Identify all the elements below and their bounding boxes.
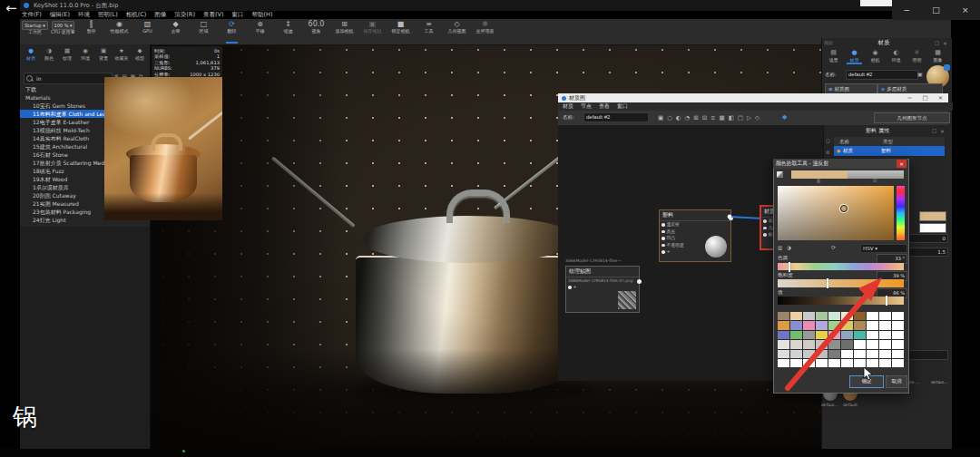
close-button[interactable]: × (951, 0, 980, 20)
toolbar-tool[interactable]: ▣ 保存相机 (359, 20, 386, 44)
project-tab[interactable]: ◐ 环境 (886, 48, 906, 63)
toolbar-tool[interactable]: ☼ 光管理器 (472, 20, 498, 44)
wheel-mode-icon[interactable]: ◑ (787, 245, 791, 250)
properties-selected-row[interactable]: ● 材质 塑料 (834, 146, 945, 156)
graph-tool-icon[interactable]: ○ (667, 114, 672, 122)
refraction-index-field[interactable]: 1.5 (908, 248, 948, 257)
texture-map-node[interactable]: 纹理贴图 3d66Model-1295814-files-07.png + (565, 266, 640, 313)
library-content-area[interactable] (20, 227, 150, 449)
toolbar-tool[interactable]: ⊞ 添加相机 (331, 20, 358, 44)
toolbar-tool[interactable]: ↕ 缩放 (275, 20, 301, 44)
toolbar-tool[interactable]: ■ 锁定相机 (387, 20, 414, 44)
node-port[interactable] (568, 286, 572, 289)
project-tab[interactable]: ▦ 图像 (927, 48, 948, 63)
node-port[interactable] (662, 244, 665, 248)
texture-node-plus[interactable]: + (573, 284, 577, 291)
material-graph-window-titlebar[interactable]: 材质图 − □ × (558, 93, 948, 102)
eyedropper-icon[interactable] (777, 171, 783, 178)
node-port[interactable] (662, 237, 665, 240)
toolbar-tool[interactable]: ◇ 几何视图 (444, 20, 470, 44)
node-port[interactable] (662, 250, 665, 254)
project-tab[interactable]: ● 材质 (844, 48, 865, 63)
graph-tool-icon[interactable]: ▣ (658, 114, 663, 122)
library-search[interactable] (24, 73, 113, 84)
menu-item[interactable]: 窗口 (231, 11, 243, 19)
graph-tool-icon[interactable]: □ (738, 114, 743, 122)
node-input-row[interactable]: 高光 (660, 228, 730, 236)
material-name-input[interactable] (846, 70, 918, 80)
menu-item[interactable]: 照明(L) (98, 11, 118, 19)
save-material-icon[interactable]: ▣ (917, 71, 923, 77)
graph-tool-icon[interactable]: ◐ (676, 114, 681, 122)
menu-item[interactable]: 编辑(E) (50, 11, 70, 19)
graph-tool-icon[interactable]: ▦ (720, 114, 725, 122)
library-tab[interactable]: ▦ 纹理 (58, 47, 76, 61)
node-port[interactable] (763, 227, 767, 230)
library-tab[interactable]: ◉ 环境 (76, 47, 94, 61)
project-tab[interactable]: ▤ 场景 (823, 48, 844, 63)
menu-item[interactable]: 帮助(H) (251, 11, 272, 19)
color-mode-dropdown[interactable]: HSV ▾ (860, 244, 907, 253)
graph-menu-item[interactable]: 查看 (599, 102, 610, 111)
toolbar-tool[interactable]: 60.0 视角 (303, 20, 329, 44)
toolbar-tool[interactable]: ◆ 去噪 (162, 20, 189, 44)
graph-tool-icon[interactable]: ▷ (747, 114, 751, 122)
saturation-value-field[interactable] (778, 186, 894, 240)
toolbar-tool[interactable]: ▧ GPU (134, 20, 161, 44)
diffuse-color-swatch[interactable] (919, 211, 946, 221)
node-port[interactable] (763, 233, 767, 237)
graph-name-input[interactable] (583, 112, 649, 122)
color-picker-titlebar[interactable]: 颜色拾取工具 - 漫反射 × (773, 159, 907, 169)
back-arrow[interactable]: ← (5, 0, 17, 16)
graph-tool-icon[interactable]: ◔ (685, 114, 691, 122)
menu-item[interactable]: 环境 (78, 11, 90, 19)
graph-menu-item[interactable]: 节点 (581, 102, 592, 111)
plastic-node[interactable]: 塑料 漫反射 高光 凹凸 不透明度 + (659, 209, 731, 262)
graph-tool-icon[interactable]: ◧ (729, 114, 734, 122)
graph-close-button[interactable]: × (933, 94, 948, 102)
node-port[interactable] (662, 223, 665, 227)
toolbar-tool[interactable]: ⟳ 翻转 (219, 20, 245, 44)
graph-tool-icon[interactable]: ≡ (710, 114, 715, 122)
hue-strip[interactable] (897, 186, 905, 240)
geometry-node-button[interactable]: 几何图形节点 (874, 112, 950, 123)
properties-close-icon[interactable]: × (940, 128, 948, 134)
properties-side-icon[interactable]: ○ (826, 138, 830, 143)
menu-item[interactable]: 查看(V) (203, 11, 224, 19)
toolbar-tool[interactable]: ◉ 性能模式 (106, 20, 132, 44)
graph-menu-item[interactable]: 材质 (563, 102, 573, 111)
specular-color-swatch[interactable] (919, 223, 946, 233)
minimize-button[interactable]: − (892, 0, 921, 20)
menu-item[interactable]: 文件(F) (22, 11, 42, 19)
properties-maximize-icon[interactable]: □ (932, 128, 940, 133)
toolbar-tool[interactable]: Startup ▾ 工作区 (22, 20, 48, 44)
toolbar-tool[interactable]: ≡ 工具 (416, 20, 442, 44)
menu-item[interactable]: 渲染(R) (174, 11, 195, 19)
library-tab[interactable]: ◆ 模型 (131, 47, 149, 61)
sv-cursor[interactable] (840, 205, 848, 212)
project-tab[interactable]: ☼ 照明 (906, 48, 927, 63)
graph-tool-icon[interactable]: ⊟ (702, 114, 707, 122)
maximize-button[interactable]: □ (921, 0, 950, 20)
library-tab[interactable]: ◑ 颜色 (40, 47, 58, 61)
menu-item[interactable]: 图像 (154, 11, 166, 19)
library-tab[interactable]: ★ 收藏夹 (113, 47, 131, 61)
panel-close-icon[interactable]: × (943, 40, 951, 46)
node-port[interactable] (662, 230, 665, 234)
toolbar-tool[interactable]: 100 % ▾ CPU 使用量 (50, 20, 76, 44)
library-tab[interactable]: ▣ 背景 (94, 47, 113, 61)
toolbar-tool[interactable]: ‖ 暂停 (78, 20, 104, 44)
refresh-icon[interactable]: ⟳ (831, 244, 836, 250)
menu-item[interactable]: 相机(C) (126, 11, 147, 19)
node-input-row[interactable]: 漫反射 (660, 221, 730, 228)
library-tab[interactable]: ● 材质 (22, 47, 40, 61)
color-picker-close-button[interactable]: × (897, 160, 906, 168)
graph-tool-icon[interactable]: ◇ (755, 114, 760, 122)
graph-maximize-button[interactable]: □ (917, 94, 933, 102)
project-tab[interactable]: ◉ 相机 (865, 48, 886, 63)
graph-menu-item[interactable]: 窗口 (617, 102, 628, 111)
node-port[interactable] (763, 219, 767, 223)
texture-output-port[interactable] (637, 279, 642, 284)
swatch-mode-icon[interactable]: ▥ (778, 245, 782, 250)
graph-active-tool-icon[interactable]: ◆ (782, 113, 787, 121)
